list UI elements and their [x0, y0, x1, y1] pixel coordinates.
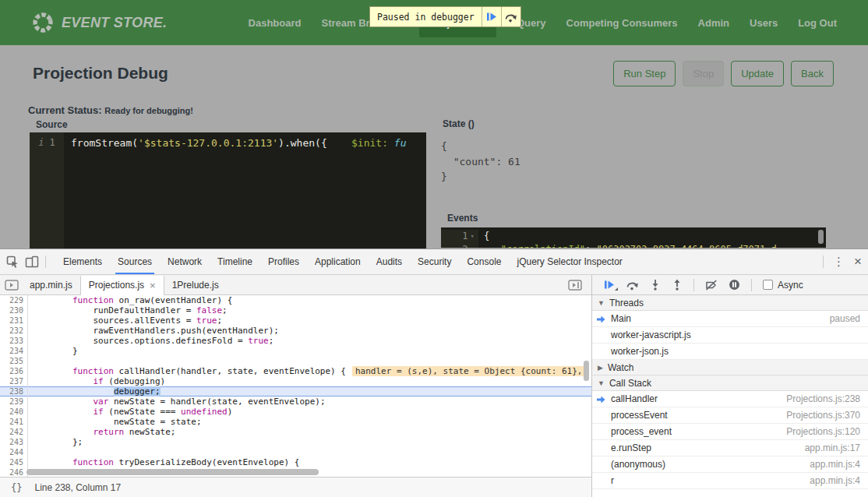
frame-location: app.min.js:4 — [810, 475, 860, 486]
update-button[interactable]: Update — [731, 61, 784, 86]
banner-step-over-icon[interactable] — [501, 7, 520, 26]
code-line-236: 236 function callHandler(handler, state,… — [0, 366, 591, 376]
line-number[interactable]: 242 — [0, 427, 28, 437]
brand-logo[interactable]: EVENT STORE. — [31, 11, 167, 34]
stack-frame-processevent[interactable]: processEventProjections.js:370 — [592, 407, 868, 424]
step-into-icon[interactable] — [650, 279, 661, 291]
threads-section-header[interactable]: ▼ Threads — [592, 295, 868, 311]
code-line-230: 230 runDefaultHandler = false; — [0, 305, 591, 315]
line-number[interactable]: 245 — [0, 457, 28, 467]
back-button[interactable]: Back — [791, 61, 834, 86]
code-line-245: 245 function tryDeserializeBody(eventEnv… — [0, 457, 591, 467]
stack-frame-e-runstep[interactable]: e.runStepapp.min.js:17 — [592, 440, 868, 456]
show-navigator-icon[interactable] — [5, 280, 19, 291]
line-number[interactable]: 241 — [0, 417, 28, 427]
line-number[interactable]: 238 — [0, 386, 28, 397]
devtools-tabbar-right: ⋮ × — [823, 254, 868, 270]
stack-frame-anonymous[interactable]: (anonymous)app.min.js:4 — [592, 456, 868, 473]
devtools-tab-audits[interactable]: Audits — [369, 249, 410, 274]
stack-frame-r[interactable]: rapp.min.js:4 — [592, 473, 868, 489]
line-number[interactable]: 243 — [0, 437, 28, 447]
frame-function-name: processEvent — [611, 410, 668, 421]
thread-worker-json-js[interactable]: worker-json.js — [592, 344, 868, 360]
events-scrollbar[interactable] — [818, 230, 824, 244]
events-editor[interactable]: 1 ▾ { 2 "correlationId": "06302702-8837-… — [441, 227, 826, 248]
line-number[interactable]: 239 — [0, 397, 28, 407]
source-section-label: Source — [36, 119, 68, 130]
devtools-tab-console[interactable]: Console — [459, 249, 509, 274]
line-number[interactable]: 237 — [0, 376, 28, 386]
inline-value-hint: handler = (s,e), state = Object {count: … — [352, 366, 585, 376]
code-line-229: 229 function on_raw(eventHandler) { — [0, 295, 591, 305]
devtools-close-icon[interactable]: × — [854, 254, 862, 270]
line-number[interactable]: 236 — [0, 366, 28, 376]
fold-arrow-icon[interactable]: ▾ — [471, 230, 475, 243]
frame-function-name: e.runStep — [611, 442, 651, 453]
devtools-tab-elements[interactable]: Elements — [55, 249, 110, 274]
stack-frame-process-event[interactable]: process_eventProjections.js:120 — [592, 424, 868, 440]
step-out-icon[interactable] — [672, 279, 683, 291]
devtools-tab-network[interactable]: Network — [160, 249, 210, 274]
file-tab-1prelude-js[interactable]: 1Prelude.js — [164, 275, 227, 294]
code-text: var newState = handler(state, eventEnvel… — [28, 397, 326, 407]
code-text: sources.allEvents = true; — [28, 315, 222, 326]
devtools-tab-jquery-selector-inspector[interactable]: jQuery Selector Inspector — [509, 249, 630, 274]
stack-frame-partial[interactable] — [592, 489, 868, 497]
line-number[interactable]: 235 — [0, 356, 28, 366]
code-text: return newState; — [28, 427, 175, 437]
devtools-tab-application[interactable]: Application — [307, 249, 369, 274]
pretty-print-icon[interactable]: {} — [11, 482, 22, 493]
line-number[interactable]: 229 — [0, 295, 28, 305]
file-tab-app-min-js[interactable]: app.min.js — [22, 275, 80, 294]
device-toolbar-icon[interactable] — [25, 256, 39, 268]
code-text: newState = state; — [28, 417, 202, 427]
events-code-line: "correlationId": "06302702-8837-4464-860… — [478, 243, 777, 248]
line-number[interactable]: 233 — [0, 336, 28, 346]
line-number[interactable]: 230 — [0, 305, 28, 315]
line-number[interactable]: 231 — [0, 315, 28, 326]
horizontal-scrollbar[interactable] — [26, 469, 319, 475]
line-number[interactable]: 232 — [0, 326, 28, 336]
run-step-button[interactable]: Run Step — [613, 61, 676, 86]
nav-item-competing-consumers[interactable]: Competing Consumers — [566, 17, 678, 29]
deactivate-breakpoints-icon[interactable] — [705, 280, 718, 291]
nav-item-log-out[interactable]: Log Out — [798, 17, 837, 29]
close-tab-icon[interactable]: × — [150, 280, 156, 291]
line-number[interactable]: 246 — [0, 467, 28, 477]
devtools-tab-security[interactable]: Security — [410, 249, 459, 274]
pause-on-exceptions-icon[interactable] — [729, 279, 740, 291]
step-over-icon[interactable] — [626, 280, 639, 291]
editor-status-bar: {} Line 238, Column 17 — [0, 477, 591, 497]
resume-script-icon[interactable] — [604, 280, 615, 290]
expand-icon: ▶ — [598, 364, 603, 372]
inspect-element-icon[interactable] — [6, 256, 19, 268]
line-number[interactable]: 244 — [0, 447, 28, 457]
thread-main[interactable]: Mainpaused — [592, 311, 868, 327]
source-code-editor[interactable]: i 1 fromStream('$stats-127.0.0.1:2113').… — [30, 132, 426, 248]
nav-item-dashboard[interactable]: Dashboard — [249, 17, 302, 29]
file-tab-projections-js[interactable]: Projections.js× — [80, 276, 164, 295]
devtools-tab-timeline[interactable]: Timeline — [210, 249, 260, 274]
nav-item-admin[interactable]: Admin — [698, 17, 729, 29]
nav-item-users[interactable]: Users — [750, 17, 778, 29]
call-stack-section-header[interactable]: ▼ Call Stack — [592, 375, 868, 391]
code-editor[interactable]: 229 function on_raw(eventHandler) {230 r… — [0, 295, 591, 477]
devtools-tab-profiles[interactable]: Profiles — [260, 249, 307, 274]
banner-resume-icon[interactable] — [482, 7, 501, 26]
async-checkbox[interactable] — [763, 280, 773, 290]
brand-name: EVENT STORE. — [62, 15, 167, 31]
stack-frame-callhandler[interactable]: callHandlerProjections.js:238 — [592, 391, 868, 407]
devtools-tab-sources[interactable]: Sources — [110, 249, 160, 274]
watch-section-header[interactable]: ▶ Watch — [592, 360, 868, 375]
line-number[interactable]: 234 — [0, 346, 28, 356]
frame-function-name: (anonymous) — [611, 459, 665, 470]
devtools-menu-icon[interactable]: ⋮ — [833, 255, 845, 269]
state-section-label: State () — [443, 118, 475, 129]
async-toggle[interactable]: Async — [763, 280, 803, 291]
line-number[interactable]: 240 — [0, 407, 28, 417]
collapse-icon: ▼ — [598, 299, 605, 307]
toggle-drawer-icon[interactable] — [568, 280, 591, 291]
code-vertical-scrollbar[interactable] — [584, 361, 589, 381]
current-frame-arrow-icon — [597, 395, 605, 406]
thread-worker-javascript-js[interactable]: worker-javascript.js — [592, 327, 868, 344]
